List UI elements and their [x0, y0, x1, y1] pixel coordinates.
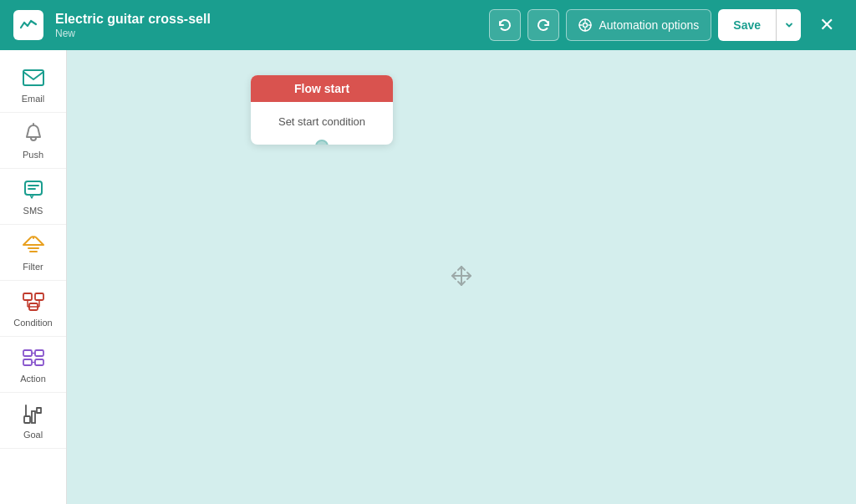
sms-icon: [21, 177, 46, 202]
sidebar-item-action[interactable]: Action: [0, 337, 66, 393]
sidebar-item-goal[interactable]: Goal: [0, 393, 66, 449]
save-group: Save: [718, 9, 801, 41]
sidebar-item-filter-label: Filter: [23, 262, 43, 272]
flow-start-card[interactable]: Flow start Set start condition: [251, 75, 393, 145]
header-actions: Automation options Save ✕: [489, 9, 843, 41]
sidebar-item-condition[interactable]: Condition: [0, 281, 66, 337]
sidebar: Email Push SMS: [0, 50, 67, 504]
page-subtitle: New: [55, 28, 489, 39]
save-button[interactable]: Save: [718, 9, 776, 41]
sidebar-item-condition-label: Condition: [13, 318, 52, 328]
svg-rect-20: [23, 350, 32, 356]
svg-rect-14: [35, 293, 43, 300]
action-icon: [21, 345, 46, 370]
app-header: Electric guitar cross-sell New: [0, 0, 856, 50]
svg-rect-21: [35, 350, 43, 356]
header-title-block: Electric guitar cross-sell New: [55, 11, 489, 38]
close-button[interactable]: ✕: [811, 9, 843, 41]
page-title: Electric guitar cross-sell: [55, 11, 489, 27]
svg-rect-8: [25, 181, 42, 195]
sidebar-item-push-label: Push: [23, 150, 43, 160]
svg-rect-22: [23, 359, 32, 365]
sidebar-item-action-label: Action: [20, 374, 46, 384]
svg-rect-27: [32, 411, 35, 423]
sidebar-item-filter[interactable]: Filter: [0, 225, 66, 281]
goal-icon: [21, 401, 46, 426]
condition-icon: [21, 289, 46, 314]
automation-options-button[interactable]: Automation options: [566, 9, 711, 41]
push-icon: [21, 121, 46, 146]
sidebar-item-email[interactable]: Email: [0, 57, 66, 113]
sidebar-item-goal-label: Goal: [23, 430, 43, 440]
svg-point-1: [583, 23, 588, 28]
undo-button[interactable]: [489, 9, 521, 41]
canvas: Flow start Set start condition: [67, 50, 856, 504]
sidebar-item-push[interactable]: Push: [0, 113, 66, 169]
svg-rect-26: [24, 416, 30, 423]
main-area: Email Push SMS: [0, 50, 856, 504]
save-dropdown-button[interactable]: [776, 9, 801, 41]
svg-rect-6: [23, 70, 43, 85]
canvas-move-cursor: [449, 263, 474, 292]
svg-rect-13: [23, 293, 32, 300]
sidebar-item-email-label: Email: [22, 94, 45, 104]
app-logo: [13, 10, 43, 40]
automation-options-label: Automation options: [599, 18, 699, 32]
svg-rect-23: [35, 359, 43, 365]
sidebar-item-sms[interactable]: SMS: [0, 169, 66, 225]
filter-icon: [21, 233, 46, 258]
redo-button[interactable]: [527, 9, 559, 41]
flow-start-header: Flow start: [251, 75, 393, 102]
sidebar-item-sms-label: SMS: [23, 206, 43, 216]
email-icon: [21, 65, 46, 90]
flow-start-body: Set start condition: [251, 102, 393, 145]
